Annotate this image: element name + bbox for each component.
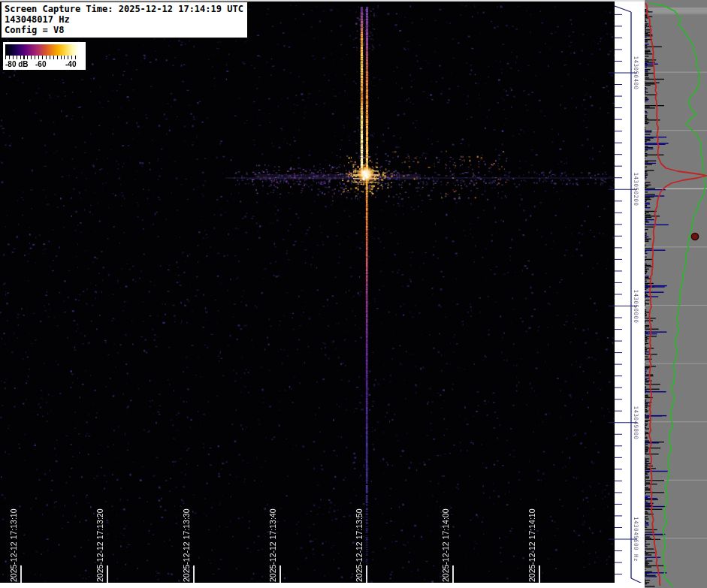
colorbar: -80 dB -60 -40	[3, 42, 86, 70]
config-text: Config = V8	[5, 25, 243, 35]
center-frequency-text: 143048017 Hz	[5, 14, 243, 25]
spectrogram-display: 2025-12-12 17:13:102025-12-12 17:13:2020…	[0, 0, 707, 588]
time-axis-tick	[279, 565, 281, 583]
time-axis-label: 2025-12-12 17:13:40	[268, 509, 277, 583]
axis-tick	[615, 6, 631, 12]
time-axis-label: 2025-12-12 17:13:10	[9, 509, 18, 583]
colorbar-label-min: -80 dB	[5, 60, 29, 68]
colorbar-label-mid: -60	[35, 60, 46, 68]
frequency-axis: 1430504001430502001430500001430498001430…	[615, 0, 645, 588]
time-axis-tick	[452, 565, 454, 583]
time-axis-label: 2025-12-12 17:14:00	[441, 509, 450, 583]
info-box: Screen Capture Time: 2025-12-12 17:14:19…	[1, 2, 248, 38]
frequency-axis-label: 143050200	[633, 173, 639, 207]
time-axis-label: 2025-12-12 17:13:20	[95, 509, 104, 583]
colorbar-gradient	[5, 44, 79, 56]
colorbar-labels: -80 dB -60 -40	[5, 59, 79, 69]
frequency-axis-label: 143049600 Hz	[633, 517, 639, 562]
time-axis-tick	[107, 565, 108, 583]
bottom-strip	[0, 583, 645, 588]
frequency-axis-label: 143049800	[633, 406, 639, 439]
colorbar-label-max: -40	[65, 60, 76, 68]
time-axis-tick	[20, 565, 22, 583]
time-axis-tick	[193, 565, 195, 583]
time-axis-tick	[539, 565, 540, 583]
frequency-axis-label: 143050400	[633, 56, 639, 89]
time-axis-label: 2025-12-12 17:14:10	[527, 509, 536, 583]
frequency-axis-svg	[615, 0, 645, 588]
spectrum-canvas	[645, 0, 707, 588]
time-axis-label: 2025-12-12 17:13:50	[355, 509, 364, 583]
time-axis-label: 2025-12-12 17:13:30	[182, 509, 191, 583]
frequency-axis-label: 143050000	[633, 289, 639, 323]
time-axis-tick	[366, 565, 367, 583]
capture-time-text: Screen Capture Time: 2025-12-12 17:14:19…	[5, 4, 243, 14]
waterfall-canvas	[0, 0, 615, 583]
